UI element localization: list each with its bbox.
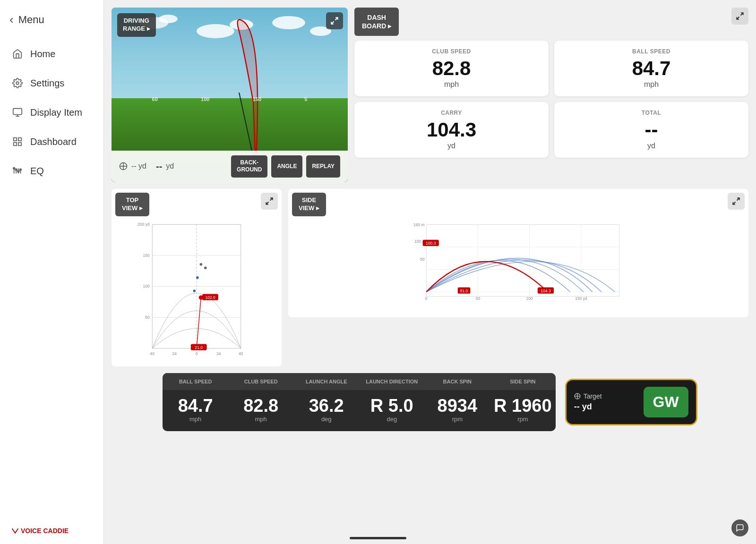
svg-point-0 [16, 82, 19, 85]
club-speed-value: 82.8 [432, 59, 471, 78]
home-indicator [350, 537, 406, 539]
fullscreen-side-view-button[interactable] [728, 193, 745, 210]
launch-direction-data-unit: deg [363, 416, 421, 423]
launch-angle-data: 36.2 [297, 397, 355, 415]
svg-rect-1 [13, 109, 22, 115]
dashboard-button[interactable]: DASHBOARD ▸ [354, 8, 399, 36]
sidebar-item-dashboard[interactable]: Dashboard [0, 127, 103, 156]
background-button[interactable]: BACK-GROUND [231, 155, 267, 178]
fullscreen-stats-button[interactable] [731, 8, 748, 25]
crosshair-icon [574, 393, 581, 400]
top-right-panel: DASHBOARD ▸ CLUB SPEED 82.8 mph [354, 8, 748, 158]
svg-text:200 yd: 200 yd [137, 222, 150, 227]
svg-text:0: 0 [425, 296, 428, 301]
table-header: BALL SPEED CLUB SPEED LAUNCH ANGLE LAUNC… [163, 373, 555, 390]
eq-icon [11, 165, 24, 177]
ball-speed-data-unit: mph [166, 416, 224, 423]
ball-speed-label: BALL SPEED [632, 48, 670, 55]
home-label: Home [30, 49, 55, 60]
svg-text:40: 40 [239, 351, 243, 356]
svg-text:50: 50 [145, 315, 150, 320]
total-unit: yd [647, 142, 655, 150]
dash-distance: -- [156, 161, 162, 172]
svg-rect-4 [14, 138, 17, 141]
distance-marker-5: 5 [304, 96, 307, 102]
launch-direction-cell: R 5.0 deg [359, 395, 425, 425]
replay-button[interactable]: REPLAY [306, 155, 340, 178]
carry-card: CARRY 104.3 yd [354, 102, 549, 158]
ball-speed-cell: 84.7 mph [163, 395, 228, 425]
ball-speed-header: BALL SPEED [163, 377, 228, 386]
sidebar-item-display-item[interactable]: Display Item [0, 98, 103, 127]
back-spin-data-unit: rpm [429, 416, 487, 423]
side-spin-cell: R 1960 rpm [490, 395, 556, 425]
carry-value: 104.3 [427, 120, 476, 140]
club-speed-label: CLUB SPEED [432, 48, 471, 55]
back-spin-header: BACK SPIN [425, 377, 490, 386]
svg-text:24: 24 [172, 351, 177, 356]
distance-marker-100: 100 [201, 96, 209, 102]
stats-panel: CLUB SPEED 82.8 mph BALL SPEED 84.7 mph … [354, 41, 748, 158]
dashboard-label: Dashboard [30, 136, 77, 147]
top-view-panel: TOPVIEW ▸ [112, 189, 282, 366]
menu-label: Menu [18, 14, 44, 26]
shot-data-table: BALL SPEED CLUB SPEED LAUNCH ANGLE LAUNC… [163, 373, 555, 431]
top-right-header: DASHBOARD ▸ [354, 8, 748, 36]
club-speed-unit: mph [444, 80, 459, 89]
svg-point-43 [193, 289, 196, 292]
svg-point-42 [196, 276, 199, 279]
ball-speed-card: BALL SPEED 84.7 mph [554, 41, 748, 96]
side-spin-data-unit: rpm [494, 416, 552, 423]
side-view-badge[interactable]: SIDEVIEW ▸ [292, 193, 326, 216]
total-value: -- [645, 120, 658, 140]
top-view-badge[interactable]: TOPVIEW ▸ [115, 193, 149, 216]
ball-speed-unit: mph [644, 80, 659, 89]
club-speed-data: 82.8 [232, 397, 290, 415]
voice-caddie-logo: VOICE CADDIE [0, 518, 103, 544]
back-spin-data: 8934 [429, 397, 487, 415]
distance-marker-60: 60 [152, 96, 158, 102]
svg-text:150 yd: 150 yd [575, 296, 587, 301]
svg-text:50: 50 [476, 296, 481, 301]
top-view-header: TOPVIEW ▸ [112, 189, 282, 220]
svg-rect-7 [18, 143, 21, 145]
svg-text:150: 150 [143, 253, 150, 258]
dash-stat: -- yd [156, 161, 174, 172]
driving-range-badge: DRIVINGRANGE ▸ [117, 13, 156, 37]
dash-unit: yd [166, 162, 174, 170]
side-view-chart: 160 m 100.3 50 0 50 100 150 yd [288, 220, 748, 317]
distance-marker-150: 150 [253, 96, 261, 102]
svg-point-13 [15, 169, 17, 170]
club-speed-data-unit: mph [232, 416, 290, 423]
middle-row: TOPVIEW ▸ [112, 189, 748, 366]
expand-driving-range-button[interactable] [326, 12, 343, 29]
side-spin-data: R 1960 [494, 397, 552, 415]
back-spin-cell: 8934 rpm [425, 395, 490, 425]
angle-button[interactable]: ANGLE [271, 155, 302, 178]
target-text: Target [584, 392, 602, 400]
carry-label: CARRY [441, 110, 462, 116]
svg-text:50: 50 [420, 256, 425, 261]
club-speed-header: CLUB SPEED [228, 377, 294, 386]
svg-rect-6 [14, 143, 17, 145]
display-icon [11, 106, 24, 119]
total-label: TOTAL [642, 110, 661, 116]
fullscreen-top-view-button[interactable] [261, 193, 278, 210]
crosshair-stat: -- yd [119, 162, 146, 170]
chat-button[interactable] [731, 519, 748, 536]
sidebar-item-eq[interactable]: EQ [0, 156, 103, 186]
back-button[interactable]: ‹ Menu [0, 5, 103, 34]
sidebar-item-settings[interactable]: Settings [0, 68, 103, 98]
svg-text:160 m: 160 m [413, 222, 425, 227]
ball-speed-value: 84.7 [632, 59, 671, 78]
club-badge: GW [644, 387, 688, 417]
svg-text:21.0: 21.0 [195, 345, 203, 350]
svg-text:104.3: 104.3 [541, 289, 551, 293]
eq-label: EQ [30, 166, 44, 177]
svg-point-14 [17, 170, 19, 172]
side-view-header: SIDEVIEW ▸ [288, 189, 748, 220]
sidebar-item-home[interactable]: Home [0, 39, 103, 68]
top-row: DRIVINGRANGE ▸ 60 100 150 5 [112, 8, 748, 182]
svg-text:81.0: 81.0 [460, 289, 468, 293]
launch-direction-data: R 5.0 [363, 397, 421, 415]
